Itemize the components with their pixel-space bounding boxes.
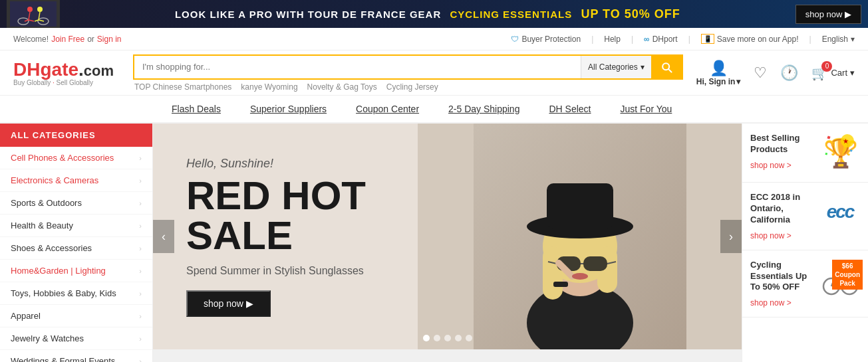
- right-panel-cycling[interactable]: Cycling Essentials Up To 50% OFF shop no…: [742, 250, 868, 318]
- search-area: All Categories ▾ TOP Chinese Smartphones…: [133, 54, 683, 92]
- suggestion-cycling-jersey[interactable]: Cycling Jersey: [386, 82, 438, 92]
- wishlist-icon[interactable]: ♡: [754, 64, 767, 82]
- sidebar-item-health-beauty[interactable]: Health & Beauty ›: [0, 215, 152, 237]
- svg-rect-0: [10, 1, 57, 27]
- nav-day-shipping[interactable]: 2-5 Day Shipping: [434, 95, 534, 123]
- sidebar-item-jewelry[interactable]: Jewelry & Watches ›: [0, 327, 152, 350]
- trophy-image: 🏆 ★: [820, 133, 860, 173]
- banner-shop-now-button[interactable]: shop now ▶: [796, 5, 861, 24]
- my-dhgate: Hi, Sign in ▾: [696, 77, 741, 86]
- carousel-dots: [423, 335, 472, 341]
- chevron-right-icon: ›: [139, 312, 142, 320]
- header: DHgate.com Buy Globally · Sell Globally …: [0, 50, 868, 96]
- carousel-content: Hello, Sunshine! RED HOT SALE Spend Summ…: [153, 124, 742, 349]
- help-link[interactable]: Help: [604, 35, 621, 44]
- carousel-description: Spend Summer in Stylish Sunglasses: [186, 265, 384, 277]
- carousel-dot-4[interactable]: [455, 335, 462, 341]
- right-panel-ecc[interactable]: ECC 2018 in Ontario, California shop now…: [742, 183, 868, 250]
- svg-rect-16: [543, 246, 563, 300]
- carousel-subtitle: Hello, Sunshine!: [186, 157, 384, 171]
- divider2: |: [631, 35, 633, 44]
- utility-links: 🛡 Buyer Protection | Help | ∞ DHport | 📱…: [511, 34, 855, 44]
- carousel-dot-1[interactable]: [423, 335, 430, 341]
- sidebar-item-home-garden[interactable]: Home&Garden | Lighting ›: [0, 260, 152, 282]
- save-app: 📱 Save more on our App!: [701, 34, 799, 44]
- svg-point-3: [27, 7, 33, 12]
- logo-tagline: Buy Globally · Sell Globally: [13, 79, 120, 86]
- chevron-right-icon: ›: [139, 290, 142, 298]
- buyer-protection: 🛡 Buyer Protection: [511, 35, 581, 44]
- dhport: ∞ DHport: [644, 35, 678, 44]
- svg-point-26: [572, 273, 588, 280]
- center-area: ‹ Hello, Sunshine! RED HOT SALE Spend Su…: [153, 124, 742, 362]
- search-suggestions: TOP Chinese Smartphones kanye Wyoming No…: [133, 82, 683, 92]
- cycling-link[interactable]: shop now >: [750, 298, 815, 308]
- nav-superior-suppliers[interactable]: Superior Suppliers: [235, 95, 341, 123]
- dhport-link[interactable]: DHport: [652, 35, 678, 44]
- main-content: ALL CATEGORIES Cell Phones & Accessories…: [0, 124, 868, 362]
- nav-coupon-center[interactable]: Coupon Center: [341, 95, 434, 123]
- carousel: ‹ Hello, Sunshine! RED HOT SALE Spend Su…: [153, 124, 742, 349]
- sidebar-item-sports[interactable]: Sports & Outdoors ›: [0, 192, 152, 215]
- sidebar-item-weddings[interactable]: Weddings & Formal Events ›: [0, 350, 152, 362]
- carousel-dot-3[interactable]: [444, 335, 451, 341]
- svg-rect-21: [583, 256, 607, 271]
- history-icon[interactable]: 🕐: [780, 64, 798, 82]
- best-selling-title: Best Selling Products: [750, 133, 815, 155]
- carousel-image: [418, 124, 742, 349]
- ecc-link[interactable]: shop now >: [750, 231, 815, 240]
- chevron-down-icon: ▾: [850, 68, 855, 78]
- nav-just-for-you[interactable]: Just For You: [605, 95, 686, 123]
- sidebar-item-shoes[interactable]: Shoes & Accessories ›: [0, 237, 152, 260]
- sign-in-area[interactable]: 👤 Hi, Sign in ▾: [696, 60, 741, 86]
- divider4: |: [809, 35, 811, 44]
- carousel-next-button[interactable]: ›: [720, 220, 742, 253]
- category-dropdown[interactable]: All Categories ▾: [581, 56, 651, 78]
- sidebar-item-apparel[interactable]: Apparel ›: [0, 305, 152, 327]
- cyclists-image: [7, 0, 60, 28]
- join-free-link[interactable]: Join Free: [51, 35, 84, 44]
- trophy-icon: 🏆 ★: [822, 133, 859, 173]
- second-bar: Welcome! Join Free or Sign in 🛡 Buyer Pr…: [0, 28, 868, 50]
- suggestion-kanye[interactable]: kanye Wyoming: [241, 82, 297, 92]
- best-selling-link[interactable]: shop now >: [750, 161, 815, 170]
- sidebar-item-toys[interactable]: Toys, Hobbies & Baby, Kids ›: [0, 282, 152, 305]
- suggestion-smartphones[interactable]: TOP Chinese Smartphones: [134, 82, 231, 92]
- logo[interactable]: DHgate.com Buy Globally · Sell Globally: [13, 59, 120, 86]
- cart-icon: 🛒 0: [811, 65, 828, 81]
- logo-text: DHgate.com: [13, 59, 120, 80]
- coupon-badge: $66CouponPack: [832, 260, 863, 290]
- sidebar-item-electronics[interactable]: Electronics & Cameras ›: [0, 169, 152, 192]
- divider3: |: [688, 35, 690, 44]
- language-selector[interactable]: English ▾: [822, 35, 855, 44]
- divider1: |: [591, 35, 593, 44]
- save-app-link[interactable]: Save more on our App!: [717, 35, 799, 44]
- sign-in-link[interactable]: Sign in: [97, 35, 122, 44]
- nav-dh-select[interactable]: DH Select: [534, 95, 605, 123]
- person-icon: 👤: [710, 60, 728, 77]
- carousel-dot-2[interactable]: [434, 335, 440, 341]
- cart-area[interactable]: 🛒 0 Cart ▾: [811, 65, 855, 81]
- search-input[interactable]: [134, 56, 581, 78]
- svg-text:★: ★: [843, 137, 849, 145]
- carousel-dot-5[interactable]: [466, 335, 472, 341]
- right-panel-best-selling[interactable]: Best Selling Products shop now > 🏆 ★: [742, 124, 868, 183]
- nav-flash-deals[interactable]: Flash Deals: [157, 95, 235, 123]
- carousel-shop-now-button[interactable]: shop now ▶: [186, 290, 271, 317]
- chevron-right-icon: ›: [139, 222, 142, 230]
- cart-badge: 0: [821, 61, 832, 72]
- carousel-prev-button[interactable]: ‹: [153, 220, 174, 253]
- cycling-title: Cycling Essentials Up To 50% OFF: [750, 260, 815, 294]
- chevron-down-icon: ▾: [736, 77, 740, 86]
- chevron-right-icon: ›: [139, 154, 142, 162]
- chevron-right-icon: ›: [139, 357, 142, 363]
- chevron-right-icon: ›: [139, 177, 142, 185]
- sidebar-header: ALL CATEGORIES: [0, 124, 152, 147]
- chevron-down-icon: ▾: [641, 62, 645, 72]
- welcome-area: Welcome! Join Free or Sign in: [13, 35, 122, 44]
- suggestion-gag-toys[interactable]: Novelty & Gag Toys: [307, 82, 377, 92]
- sidebar: ALL CATEGORIES Cell Phones & Accessories…: [0, 124, 153, 362]
- sidebar-item-cell-phones[interactable]: Cell Phones & Accessories ›: [0, 147, 152, 169]
- right-panel: Best Selling Products shop now > 🏆 ★: [742, 124, 868, 362]
- search-button[interactable]: [651, 56, 682, 78]
